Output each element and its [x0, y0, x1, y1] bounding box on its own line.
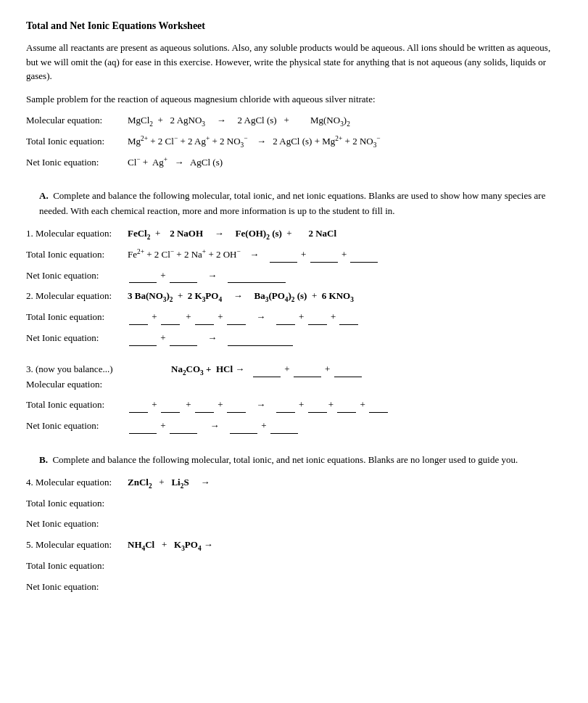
p2-total-ionic-eq: Total Ionic equation: + + + → + + [26, 310, 562, 325]
p2-molecular-label: 2. Molecular equation: [26, 289, 128, 304]
total-ionic-label: Total Ionic equation: [26, 134, 128, 149]
p4-molecular-eq: 4. Molecular equation: ZnCl2 + Li2S → [26, 475, 562, 490]
part-a-header: A. Complete and balance the following mo… [39, 189, 562, 219]
sample-molecular-eq: Molecular equation: MgCl2 + 2 AgNO3 → 2 … [26, 113, 562, 128]
p2-total-content: + + + → + + [128, 310, 562, 325]
p1-molecular-content: FeCl2 + 2 NaOH → Fe(OH)2 (s) + 2 NaCl [128, 226, 562, 242]
p2-molecular-content: 3 Ba(NO3)2 + 2 K3PO4 → Ba3(PO4)2 (s) + 6… [128, 289, 562, 304]
p1-total-ionic-eq: Total Ionic equation: Fe2+ + 2 Cl− + 2 N… [26, 247, 562, 263]
p3-net-content: + → + [128, 419, 562, 434]
net-ionic-label: Net Ionic equation: [26, 155, 128, 170]
p2-net-ionic-eq: Net Ionic equation: + → [26, 331, 562, 346]
p4-total-label: Total Ionic equation: [26, 496, 128, 511]
part-b-header: B. Complete and balance the following mo… [39, 453, 562, 468]
p5-total-ionic-eq: Total Ionic equation: [26, 559, 562, 574]
p2-molecular-eq: 2. Molecular equation: 3 Ba(NO3)2 + 2 K3… [26, 289, 562, 304]
sample-total-ionic-eq: Total Ionic equation: Mg2+ + 2 Cl− + 2 A… [26, 134, 562, 149]
sample-label: Sample problem for the reaction of aqueo… [26, 92, 562, 107]
p1-net-label: Net Ionic equation: [26, 268, 128, 284]
p2-total-label: Total Ionic equation: [26, 310, 128, 325]
p2-net-content: + → [128, 331, 562, 346]
p1-total-content: Fe2+ + 2 Cl− + 2 Na+ + 2 OH− → + + [128, 247, 562, 263]
p3-total-label: Total Ionic equation: [26, 398, 128, 413]
p3-total-ionic-eq: Total Ionic equation: + + + → + + + [26, 398, 562, 413]
p5-net-label: Net Ionic equation: [26, 580, 128, 595]
p1-net-content: + → [128, 268, 562, 284]
p5-total-label: Total Ionic equation: [26, 559, 128, 574]
p3-net-label: Net Ionic equation: [26, 419, 128, 434]
page-title: Total and Net Ionic Equations Worksheet [26, 20, 562, 32]
p1-net-ionic-eq: Net Ionic equation: + → [26, 268, 562, 284]
molecular-content: MgCl2 + 2 AgNO3 → 2 AgCl (s) + Mg(NO3)2 [128, 113, 562, 128]
p3-total-content: + + + → + + + [128, 398, 562, 413]
total-ionic-content: Mg2+ + 2 Cl− + 2 Ag+ + 2 NO3− → 2 AgCl (… [128, 134, 562, 149]
p4-molecular-content: ZnCl2 + Li2S → [128, 475, 562, 490]
p2-net-label: Net Ionic equation: [26, 331, 128, 346]
intro-text: Assume all reactants are present as aque… [26, 41, 562, 83]
net-ionic-content: Cl− + Ag+ → AgCl (s) [128, 155, 562, 170]
p1-molecular-label: 1. Molecular equation: [26, 226, 128, 242]
p5-molecular-eq: 5. Molecular equation: NH4Cl + K3PO4 → [26, 538, 562, 553]
p4-net-label: Net Ionic equation: [26, 517, 128, 532]
p4-total-ionic-eq: Total Ionic equation: [26, 496, 562, 511]
p4-net-ionic-eq: Net Ionic equation: [26, 517, 562, 532]
p3-net-ionic-eq: Net Ionic equation: + → + [26, 419, 562, 434]
p3-header-label: 3. (now you balance...)Molecular equatio… [26, 362, 171, 392]
p1-molecular-eq: 1. Molecular equation: FeCl2 + 2 NaOH → … [26, 226, 562, 242]
p5-molecular-content: NH4Cl + K3PO4 → [128, 538, 562, 553]
p5-net-ionic-eq: Net Ionic equation: [26, 580, 562, 595]
p4-molecular-label: 4. Molecular equation: [26, 475, 128, 490]
sample-net-ionic-eq: Net Ionic equation: Cl− + Ag+ → AgCl (s) [26, 155, 562, 170]
p3-molecular-content: Na2CO3 + HCl → + + [171, 352, 562, 377]
p1-total-label: Total Ionic equation: [26, 247, 128, 263]
p5-molecular-label: 5. Molecular equation: [26, 538, 128, 553]
molecular-label: Molecular equation: [26, 113, 128, 128]
p3-header-row: 3. (now you balance...)Molecular equatio… [26, 352, 562, 392]
